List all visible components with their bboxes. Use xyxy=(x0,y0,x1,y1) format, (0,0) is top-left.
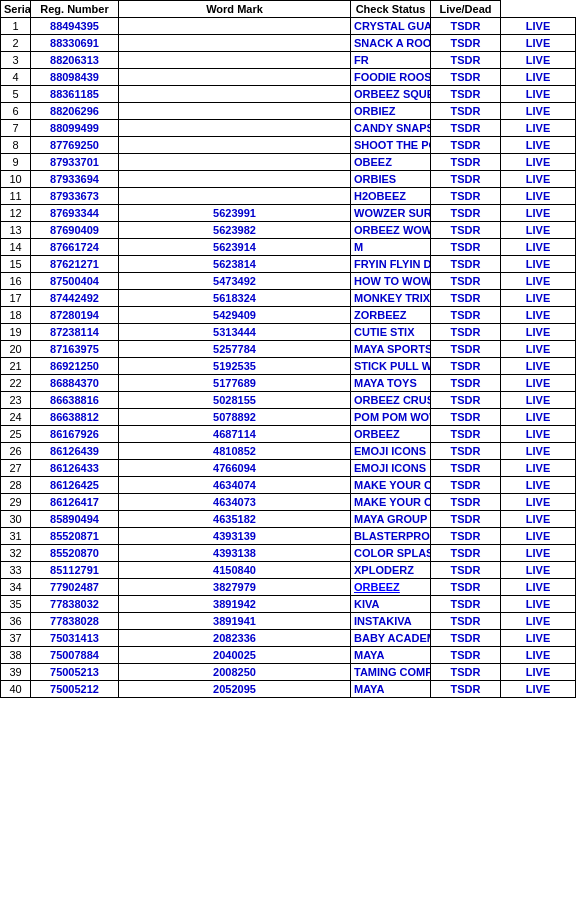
row-number: 22 xyxy=(1,375,31,392)
reg-number: 5177689 xyxy=(119,375,351,392)
word-mark: ORBIEZ xyxy=(351,103,431,120)
serial-number: 75005212 xyxy=(31,681,119,698)
reg-number: 5429409 xyxy=(119,307,351,324)
check-status[interactable]: TSDR xyxy=(431,324,501,341)
table-row: 23866388165028155ORBEEZ CRUSHTSDRLIVE xyxy=(1,392,576,409)
check-status[interactable]: TSDR xyxy=(431,222,501,239)
word-mark: MAYA GROUP xyxy=(351,511,431,528)
check-status[interactable]: TSDR xyxy=(431,630,501,647)
word-mark: ORBIES xyxy=(351,171,431,188)
reg-number: 5623991 xyxy=(119,205,351,222)
word-mark: M xyxy=(351,239,431,256)
serial-number: 86921250 xyxy=(31,358,119,375)
serial-number: 88361185 xyxy=(31,86,119,103)
row-number: 24 xyxy=(1,409,31,426)
check-status[interactable]: TSDR xyxy=(431,562,501,579)
live-dead-status: LIVE xyxy=(501,86,576,103)
reg-number: 5623814 xyxy=(119,256,351,273)
check-status[interactable]: TSDR xyxy=(431,494,501,511)
table-row: 31855208714393139BLASTERPROTSDRLIVE xyxy=(1,528,576,545)
check-status[interactable]: TSDR xyxy=(431,154,501,171)
serial-number: 87238114 xyxy=(31,324,119,341)
reg-number: 4766094 xyxy=(119,460,351,477)
word-mark: FR xyxy=(351,52,431,69)
serial-number: 77902487 xyxy=(31,579,119,596)
reg-number: 4150840 xyxy=(119,562,351,579)
table-row: 13876904095623982ORBEEZ WOW WORLDTSDRLIV… xyxy=(1,222,576,239)
table-row: 37750314132082336BABY ACADEMYTSDRLIVE xyxy=(1,630,576,647)
serial-number: 77838028 xyxy=(31,613,119,630)
table-row: 34779024873827979ORBEEZTSDRLIVE xyxy=(1,579,576,596)
check-status[interactable]: TSDR xyxy=(431,375,501,392)
serial-number: 88206313 xyxy=(31,52,119,69)
check-status[interactable]: TSDR xyxy=(431,307,501,324)
table-row: 15876212715623814FRYIN FLYIN DONUTSTSDRL… xyxy=(1,256,576,273)
check-status[interactable]: TSDR xyxy=(431,460,501,477)
reg-number: 2082336 xyxy=(119,630,351,647)
check-status[interactable]: TSDR xyxy=(431,86,501,103)
live-dead-status: LIVE xyxy=(501,392,576,409)
check-status[interactable]: TSDR xyxy=(431,545,501,562)
check-status[interactable]: TSDR xyxy=(431,103,501,120)
live-dead-status: LIVE xyxy=(501,239,576,256)
row-number: 1 xyxy=(1,18,31,35)
reg-number xyxy=(119,52,351,69)
check-status[interactable]: TSDR xyxy=(431,290,501,307)
check-status[interactable]: TSDR xyxy=(431,409,501,426)
check-status[interactable]: TSDR xyxy=(431,35,501,52)
check-status[interactable]: TSDR xyxy=(431,256,501,273)
check-status[interactable]: TSDR xyxy=(431,341,501,358)
check-status[interactable]: TSDR xyxy=(431,528,501,545)
row-number: 29 xyxy=(1,494,31,511)
word-mark[interactable]: ORBEEZ xyxy=(351,579,431,596)
check-status[interactable]: TSDR xyxy=(431,205,501,222)
serial-number: 88494395 xyxy=(31,18,119,35)
check-status[interactable]: TSDR xyxy=(431,273,501,290)
word-mark: EMOJI ICONS xyxy=(351,443,431,460)
check-status[interactable]: TSDR xyxy=(431,239,501,256)
live-dead-status: LIVE xyxy=(501,120,576,137)
table-row: 20871639755257784MAYA SPORTSTSDRLIVE xyxy=(1,341,576,358)
reg-number: 4393139 xyxy=(119,528,351,545)
reg-number xyxy=(119,120,351,137)
reg-number: 3827979 xyxy=(119,579,351,596)
check-status[interactable]: TSDR xyxy=(431,18,501,35)
table-row: 30858904944635182MAYA GROUPTSDRLIVE xyxy=(1,511,576,528)
serial-number: 87163975 xyxy=(31,341,119,358)
check-status[interactable]: TSDR xyxy=(431,358,501,375)
check-status[interactable]: TSDR xyxy=(431,137,501,154)
row-number: 31 xyxy=(1,528,31,545)
row-number: 4 xyxy=(1,69,31,86)
check-status[interactable]: TSDR xyxy=(431,69,501,86)
check-status[interactable]: TSDR xyxy=(431,443,501,460)
check-status[interactable]: TSDR xyxy=(431,52,501,69)
reg-number: 5078892 xyxy=(119,409,351,426)
live-dead-status: LIVE xyxy=(501,256,576,273)
serial-number: 85890494 xyxy=(31,511,119,528)
table-row: 288330691SNACK A ROOSTSDRLIVE xyxy=(1,35,576,52)
check-status[interactable]: TSDR xyxy=(431,477,501,494)
header-word: Word Mark xyxy=(119,1,351,18)
reg-number: 5257784 xyxy=(119,341,351,358)
reg-number: 3891941 xyxy=(119,613,351,630)
reg-number xyxy=(119,35,351,52)
live-dead-status: LIVE xyxy=(501,375,576,392)
check-status[interactable]: TSDR xyxy=(431,426,501,443)
live-dead-status: LIVE xyxy=(501,188,576,205)
check-status[interactable]: TSDR xyxy=(431,613,501,630)
check-status[interactable]: TSDR xyxy=(431,596,501,613)
check-status[interactable]: TSDR xyxy=(431,511,501,528)
check-status[interactable]: TSDR xyxy=(431,171,501,188)
serial-number: 85520871 xyxy=(31,528,119,545)
check-status[interactable]: TSDR xyxy=(431,664,501,681)
check-status[interactable]: TSDR xyxy=(431,681,501,698)
live-dead-status: LIVE xyxy=(501,596,576,613)
row-number: 35 xyxy=(1,596,31,613)
check-status[interactable]: TSDR xyxy=(431,647,501,664)
check-status[interactable]: TSDR xyxy=(431,120,501,137)
check-status[interactable]: TSDR xyxy=(431,579,501,596)
check-status[interactable]: TSDR xyxy=(431,392,501,409)
check-status[interactable]: TSDR xyxy=(431,188,501,205)
serial-number: 87693344 xyxy=(31,205,119,222)
serial-number: 87280194 xyxy=(31,307,119,324)
